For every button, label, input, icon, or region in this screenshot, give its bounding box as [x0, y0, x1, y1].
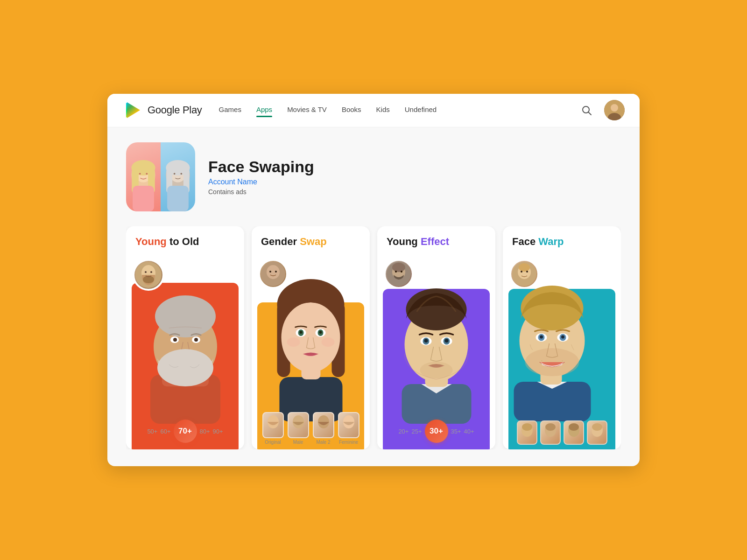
app-info-section: Face Swaping Account Name Contains ads	[126, 142, 621, 211]
card3-body: 20+ 25+ 30+ 35+ 40+	[377, 253, 495, 449]
svg-point-19	[174, 173, 176, 175]
age-90[interactable]: 90+	[213, 428, 223, 435]
card3-title-word2: Effect	[418, 236, 449, 247]
svg-point-11	[139, 173, 141, 175]
nav-movies[interactable]: Movies & TV	[287, 105, 327, 115]
svg-point-91	[542, 360, 543, 361]
warp-thumb-3[interactable]	[564, 420, 584, 445]
age-50[interactable]: 50+	[147, 428, 157, 435]
svg-point-26	[150, 271, 152, 273]
gender-male2-svg	[315, 415, 332, 435]
main-nav: Games Apps Movies & TV Books Kids Undefi…	[219, 105, 578, 115]
card1-old-man-svg	[136, 291, 234, 424]
logo-area: Google Play	[122, 100, 202, 120]
card3-age-badges: 20+ 25+ 30+ 35+ 40+	[377, 420, 495, 443]
app-window: Google Play Games Apps Movies & TV Books…	[107, 94, 640, 466]
card-face-warp[interactable]: Face Warp	[503, 226, 621, 449]
card3-title: Young Effect	[377, 226, 495, 253]
warp-thumb-3-svg	[566, 423, 582, 442]
svg-point-39	[269, 271, 271, 273]
svg-point-92	[546, 363, 547, 364]
app-icon-woman-young	[127, 160, 160, 211]
gender-male2[interactable]: Male 2	[313, 412, 334, 445]
card-gender-swap[interactable]: Gender Swap	[252, 226, 370, 449]
age3-20[interactable]: 20+	[398, 428, 409, 435]
svg-point-77	[519, 263, 530, 272]
svg-point-54	[321, 337, 334, 347]
svg-point-46	[281, 302, 340, 372]
gender-original-label: Original	[265, 440, 281, 445]
header: Google Play Games Apps Movies & TV Books…	[107, 94, 640, 127]
svg-point-93	[557, 363, 558, 364]
svg-point-52	[319, 331, 322, 334]
svg-point-98	[545, 423, 556, 431]
nav-games[interactable]: Games	[219, 105, 241, 115]
card-young-effect[interactable]: Young Effect	[377, 226, 495, 449]
gender-male[interactable]: Male	[288, 412, 309, 445]
card1-title: Young to Old	[126, 226, 244, 253]
svg-point-31	[155, 295, 216, 337]
age-80[interactable]: 80+	[200, 428, 210, 435]
card2-title-word2: Swap	[297, 236, 327, 247]
age-60[interactable]: 60+	[160, 428, 170, 435]
svg-point-53	[287, 337, 300, 347]
svg-point-35	[194, 338, 198, 342]
warp-thumb-2-svg	[543, 423, 558, 442]
svg-point-94	[562, 360, 563, 361]
app-icon	[126, 142, 195, 211]
card2-title-word1: Gender	[261, 236, 297, 247]
main-content: Face Swaping Account Name Contains ads Y…	[107, 127, 640, 466]
gender-male2-label: Male 2	[316, 440, 330, 445]
svg-point-40	[275, 271, 277, 273]
gender-original-thumb	[262, 412, 284, 438]
gender-male-svg	[290, 415, 307, 435]
svg-point-100	[569, 423, 579, 431]
svg-point-90	[561, 336, 564, 339]
age3-30-active[interactable]: 30+	[425, 420, 448, 443]
gender-original[interactable]: Original	[262, 412, 284, 445]
svg-point-12	[146, 173, 148, 175]
gender-feminine[interactable]: Feminine	[338, 412, 359, 445]
svg-rect-21	[167, 186, 189, 211]
svg-point-96	[522, 423, 532, 431]
warp-thumb-4[interactable]	[587, 420, 607, 445]
gender-feminine-svg	[340, 415, 357, 435]
svg-point-20	[181, 173, 183, 175]
search-button[interactable]	[578, 102, 595, 119]
card-young-to-old[interactable]: Young to Old	[126, 226, 244, 449]
card1-body: 50+ 60+ 70+ 80+ 90+	[126, 253, 244, 449]
age3-35[interactable]: 35+	[451, 428, 461, 435]
nav-books[interactable]: Books	[342, 105, 361, 115]
age3-25[interactable]: 25+	[411, 428, 422, 435]
user-avatar[interactable]	[604, 100, 625, 120]
avatar-image	[604, 100, 625, 120]
age3-40[interactable]: 40+	[464, 428, 474, 435]
svg-point-87	[540, 336, 543, 339]
card4-blond-man-svg	[503, 284, 603, 421]
card4-title-word1: Face	[512, 236, 536, 247]
app-details: Face Swaping Account Name Contains ads	[208, 158, 314, 196]
card4-main-face	[503, 284, 603, 421]
svg-point-73	[444, 339, 448, 343]
svg-point-61	[392, 263, 405, 272]
nav-undefined[interactable]: Undefined	[405, 105, 437, 115]
warp-thumb-1-svg	[519, 423, 535, 442]
nav-kids[interactable]: Kids	[376, 105, 390, 115]
card1-face-small	[133, 259, 164, 291]
warp-thumb-4-svg	[589, 423, 605, 442]
svg-line-2	[589, 112, 592, 115]
card4-title-word2: Warp	[536, 236, 564, 247]
app-title: Face Swaping	[208, 158, 314, 176]
svg-point-63	[401, 271, 402, 273]
gender-original-svg	[265, 415, 282, 435]
search-icon	[581, 105, 592, 116]
card3-young-man-svg	[388, 286, 484, 424]
age-70-active[interactable]: 70+	[174, 420, 197, 443]
warp-thumb-1[interactable]	[517, 420, 537, 445]
account-name-link[interactable]: Account Name	[208, 178, 314, 186]
header-actions	[578, 100, 625, 120]
nav-apps[interactable]: Apps	[256, 105, 272, 115]
app-icon-woman-old	[161, 142, 195, 211]
card2-body: Original Male	[252, 253, 370, 449]
warp-thumb-2[interactable]	[540, 420, 561, 445]
